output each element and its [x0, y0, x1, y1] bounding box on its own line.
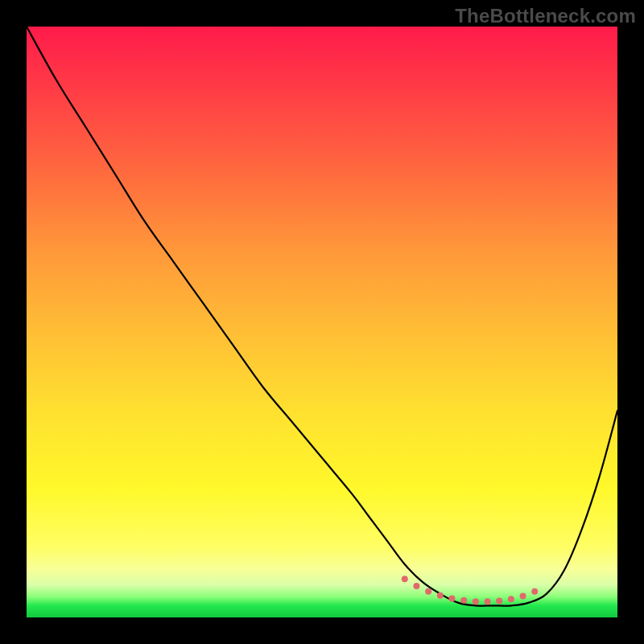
- gradient-background: [27, 27, 617, 617]
- plot-area: [27, 27, 617, 617]
- watermark-text: TheBottleneck.com: [455, 5, 636, 27]
- chart-stage: TheBottleneck.com: [0, 0, 644, 644]
